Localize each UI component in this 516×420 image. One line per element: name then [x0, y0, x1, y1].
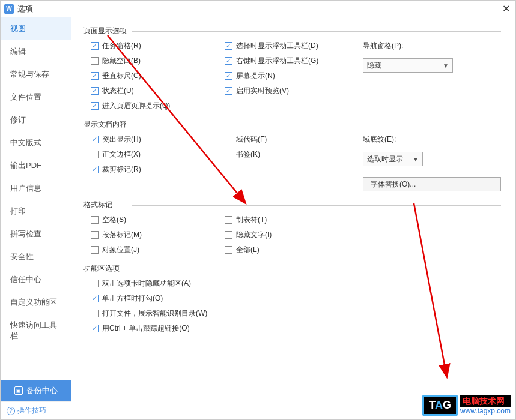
checkbox-box [91, 216, 99, 224]
sidebar-item-3[interactable]: 文件位置 [1, 86, 71, 109]
close-button[interactable]: ✕ [500, 3, 512, 15]
checkbox-label: 空格(S) [102, 215, 126, 225]
nav-pane-label: 导航窗格(P): [363, 41, 501, 51]
checkbox-box [225, 151, 232, 158]
window-title: 选项 [17, 4, 500, 14]
section-title-ribbon: 功能区选项 [83, 263, 501, 274]
checkbox-box [91, 102, 99, 110]
sidebar-item-13[interactable]: 快速访问工具栏 [1, 314, 71, 347]
page-display-checkbox-3[interactable]: 启用实时预览(V) [225, 86, 363, 96]
checkbox-label: 屏幕提示(N) [236, 71, 275, 81]
sidebar-item-12[interactable]: 自定义功能区 [1, 291, 71, 314]
sidebar-item-0[interactable]: 视图 [1, 17, 71, 40]
sidebar-item-11[interactable]: 信任中心 [1, 268, 71, 291]
doc-content-checkbox-0[interactable]: 突出显示(H) [91, 134, 225, 145]
backup-center-button[interactable]: ▣ 备份中心 [1, 380, 71, 401]
checkbox-box [91, 310, 99, 317]
checkbox-label: 打开文件，展示智能识别目录(W) [102, 308, 207, 319]
doc-content-checkbox-0[interactable]: 域代码(F) [225, 134, 363, 145]
checkbox-box [225, 72, 232, 80]
watermark-tag: TAG [422, 395, 458, 416]
checkbox-label: 全部(L) [236, 245, 260, 255]
checkbox-label: 域代码(F) [236, 134, 267, 145]
page-display-checkbox-3[interactable]: 状态栏(U) [91, 86, 225, 96]
page-display-checkbox-2[interactable]: 屏幕提示(N) [225, 71, 363, 81]
checkbox-label: 任务窗格(R) [102, 41, 141, 51]
sidebar-item-10[interactable]: 安全性 [1, 245, 71, 268]
sidebar-item-9[interactable]: 拼写检查 [1, 223, 71, 245]
ribbon-checkbox-2[interactable]: 打开文件，展示智能识别目录(W) [91, 308, 207, 319]
format-marks-checkbox-0[interactable]: 制表符(T) [225, 215, 363, 225]
checkbox-label: 进入页眉页脚提示(Q) [102, 101, 170, 111]
checkbox-box [91, 325, 99, 332]
doc-content-checkbox-1[interactable]: 书签(K) [225, 149, 363, 160]
sidebar-item-2[interactable]: 常规与保存 [1, 63, 71, 86]
checkbox-label: 段落标记(M) [102, 230, 142, 240]
backup-icon: ▣ [14, 386, 23, 395]
checkbox-label: 隐藏文字(I) [236, 230, 272, 240]
sidebar-item-5[interactable]: 中文版式 [1, 131, 71, 154]
field-shading-select[interactable]: 选取时显示 ▼ [363, 152, 423, 166]
ribbon-checkbox-3[interactable]: 用Ctrl + 单击跟踪超链接(O) [91, 323, 207, 334]
nav-pane-select[interactable]: 隐藏 ▼ [363, 58, 453, 73]
watermark-cn: 电脑技术网 [460, 395, 511, 407]
page-display-checkbox-4[interactable]: 进入页眉页脚提示(Q) [91, 101, 225, 111]
checkbox-box [91, 231, 99, 239]
sidebar-item-7[interactable]: 用户信息 [1, 177, 71, 200]
sidebar-item-4[interactable]: 修订 [1, 109, 71, 131]
ribbon-checkbox-0[interactable]: 双击选项卡时隐藏功能区(A) [91, 278, 207, 289]
checkbox-box [91, 72, 99, 80]
page-display-checkbox-1[interactable]: 右键时显示浮动工具栏(G) [225, 56, 363, 66]
format-marks-checkbox-0[interactable]: 空格(S) [91, 215, 225, 225]
tips-link[interactable]: ? 操作技巧 [1, 401, 71, 419]
checkbox-label: 双击选项卡时隐藏功能区(A) [102, 278, 191, 289]
format-marks-checkbox-1[interactable]: 隐藏文字(I) [225, 230, 363, 240]
dropdown-arrow-icon: ▼ [413, 156, 419, 163]
checkbox-label: 制表符(T) [236, 215, 267, 225]
checkbox-label: 用Ctrl + 单击跟踪超链接(O) [102, 323, 190, 334]
checkbox-box [91, 87, 99, 95]
checkbox-box [91, 42, 99, 50]
sidebar-item-6[interactable]: 输出PDF [1, 154, 71, 177]
checkbox-label: 裁剪标记(R) [102, 164, 141, 175]
sidebar-item-1[interactable]: 编辑 [1, 40, 71, 63]
watermark: TAG 电脑技术网 www.tagxp.com [422, 395, 511, 416]
sidebar-item-8[interactable]: 打印 [1, 200, 71, 223]
checkbox-label: 启用实时预览(V) [236, 86, 289, 96]
checkbox-box [225, 87, 232, 95]
page-display-checkbox-2[interactable]: 垂直标尺(C) [91, 71, 225, 81]
checkbox-label: 突出显示(H) [102, 134, 141, 145]
page-display-checkbox-1[interactable]: 隐藏空白(B) [91, 56, 225, 66]
checkbox-label: 单击方框时打勾(O) [102, 293, 163, 304]
format-marks-checkbox-2[interactable]: 全部(L) [225, 245, 363, 255]
backup-label: 备份中心 [26, 385, 58, 396]
checkbox-label: 对象位置(J) [102, 245, 139, 255]
section-title-format-marks: 格式标记 [83, 200, 501, 210]
checkbox-box [91, 280, 99, 287]
checkbox-label: 正文边框(X) [102, 149, 141, 160]
checkbox-box [225, 57, 232, 65]
page-display-checkbox-0[interactable]: 任务窗格(R) [91, 41, 225, 51]
dropdown-arrow-icon: ▼ [443, 62, 449, 69]
nav-pane-value: 隐藏 [367, 61, 381, 71]
doc-content-checkbox-2[interactable]: 裁剪标记(R) [91, 164, 225, 175]
tips-label: 操作技巧 [17, 406, 46, 416]
checkbox-label: 垂直标尺(C) [102, 71, 141, 81]
checkbox-box [225, 42, 232, 50]
checkbox-label: 状态栏(U) [102, 86, 134, 96]
ribbon-checkbox-1[interactable]: 单击方框时打勾(O) [91, 293, 207, 304]
watermark-url: www.tagxp.com [460, 407, 511, 415]
checkbox-label: 隐藏空白(B) [102, 56, 141, 66]
checkbox-box [91, 246, 99, 254]
font-replace-button[interactable]: 字体替换(O)... [363, 177, 501, 191]
page-display-checkbox-0[interactable]: 选择时显示浮动工具栏(D) [225, 41, 363, 51]
format-marks-checkbox-1[interactable]: 段落标记(M) [91, 230, 225, 240]
checkbox-box [225, 136, 232, 143]
checkbox-label: 书签(K) [236, 149, 260, 160]
checkbox-label: 选择时显示浮动工具栏(D) [236, 41, 318, 51]
format-marks-checkbox-2[interactable]: 对象位置(J) [91, 245, 225, 255]
section-title-page-display: 页面显示选项 [83, 26, 501, 36]
tips-icon: ? [7, 407, 15, 415]
doc-content-checkbox-1[interactable]: 正文边框(X) [91, 149, 225, 160]
checkbox-box [91, 295, 99, 302]
